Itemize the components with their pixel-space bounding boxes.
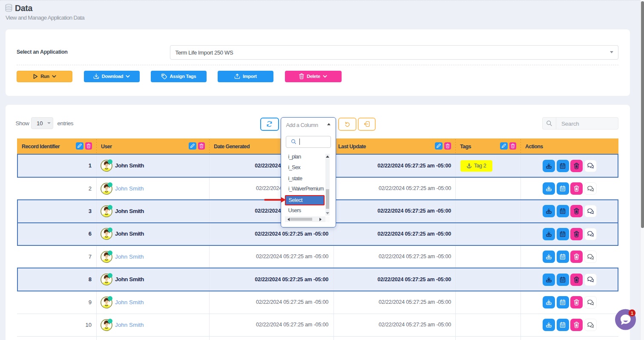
svg-text:1: 1 [631, 311, 634, 316]
